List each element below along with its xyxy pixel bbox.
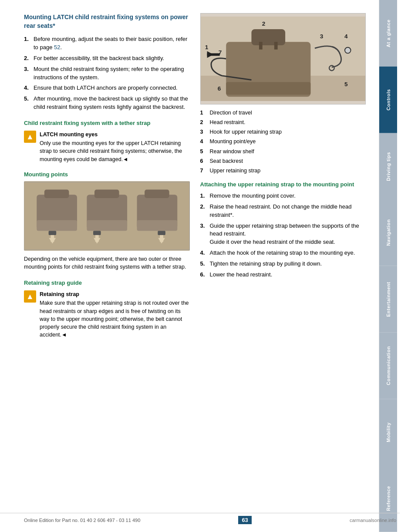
left-column: Mounting LATCH child restraint fixing sy… <box>24 13 190 343</box>
sidebar-tab-navigation[interactable]: Navigation <box>379 199 397 266</box>
warning-text-1: LATCH mounting eyes Only use the mountin… <box>40 131 190 163</box>
step-4-text: Ensure that both LATCH anchors are prope… <box>34 84 178 92</box>
right-column: 1 2 3 4 5 <box>200 13 366 343</box>
sidebar-tab-driving-tips[interactable]: Driving tips <box>379 133 397 200</box>
svg-rect-4 <box>37 220 77 230</box>
sidebar-tab-communication[interactable]: Communication <box>379 333 397 399</box>
page-link-52[interactable]: 52 <box>54 44 60 51</box>
diagram-labels-list: 1Direction of travel 2Head restraint. 3H… <box>200 109 366 175</box>
seat-diagram-svg: 1 2 3 4 5 <box>201 13 366 104</box>
step-2-text: For better accessibility, tilt the backr… <box>34 54 164 63</box>
label-3: 3Hook for upper retaining strap <box>200 128 366 136</box>
step-2: 2. For better accessibility, tilt the ba… <box>24 54 190 63</box>
page-container: Mounting LATCH child restraint fixing sy… <box>0 0 418 532</box>
footer-text: Online Edition for Part no. 01 40 2 606 … <box>24 518 140 523</box>
svg-rect-26 <box>274 42 277 49</box>
two-column-layout: Mounting LATCH child restraint fixing sy… <box>24 13 366 343</box>
svg-rect-7 <box>44 189 69 198</box>
step-1-text: Before mounting, adjust the seats to the… <box>34 35 190 52</box>
label-1: 1Direction of travel <box>200 109 366 117</box>
sidebar-tab-at-a-glance[interactable]: At a glance <box>379 0 397 67</box>
mounting-points-heading: Mounting points <box>24 171 190 178</box>
attaching-steps-list: 1. Remove the mounting point cover. 2. R… <box>200 192 366 279</box>
svg-text:4: 4 <box>344 33 347 40</box>
step-1: 1. Before mounting, adjust the seats to … <box>24 35 190 52</box>
page-number: 63 <box>238 516 251 524</box>
main-content: Mounting LATCH child restraint fixing sy… <box>0 0 379 532</box>
svg-rect-6 <box>137 220 178 230</box>
child-restraint-title: Child restraint fixing system with a tet… <box>24 119 190 127</box>
warning-body-2: Make sure that the upper retaining strap… <box>40 300 189 338</box>
svg-rect-28 <box>207 53 219 56</box>
attach-step-6: 6. Lower the head restraint. <box>200 271 366 279</box>
sidebar-tab-entertainment[interactable]: Entertainment <box>379 266 397 333</box>
step-2-num: 2. <box>24 54 31 63</box>
svg-rect-5 <box>87 220 127 230</box>
retaining-strap-title: Retaining strap guide <box>24 279 190 287</box>
sidebar-tab-mobility[interactable]: Mobility <box>379 399 397 466</box>
step-5-num: 5. <box>24 95 31 111</box>
warning-icon-1: ▲ <box>24 131 36 143</box>
svg-rect-25 <box>259 42 262 49</box>
mounting-points-body: Depending on the vehicle equipment, ther… <box>24 255 190 272</box>
svg-rect-10 <box>49 231 57 235</box>
svg-text:2: 2 <box>262 20 265 27</box>
attach-step-4: 4. Attach the hook of the retaining stra… <box>200 249 366 257</box>
warning-box-2: ▲ Retaining strap Make sure that the upp… <box>24 290 190 339</box>
attach-step-5: 5. Tighten the retaining strap by pullin… <box>200 260 366 268</box>
svg-rect-23 <box>226 82 310 94</box>
svg-text:7: 7 <box>218 49 222 56</box>
label-5: 5Rear window shelf <box>200 148 366 155</box>
svg-text:3: 3 <box>320 33 323 40</box>
sidebar-tab-controls[interactable]: Controls <box>379 67 397 133</box>
step-3: 3. Mount the child restraint fixing syst… <box>24 65 190 82</box>
warning-body-1: Only use the mounting eyes for the upper… <box>40 140 182 162</box>
step-4-num: 4. <box>24 84 31 92</box>
label-4: 4Mounting point/eye <box>200 138 366 145</box>
svg-point-34 <box>344 47 351 54</box>
label-7: 7Upper retaining strap <box>200 167 366 175</box>
attach-step-3: 3. Guide the upper retaining strap betwe… <box>200 222 366 247</box>
warning-icon-2: ▲ <box>24 290 36 303</box>
warning-box-1: ▲ LATCH mounting eyes Only use the mount… <box>24 131 190 163</box>
attach-step-2: 2. Raise the head restraint. Do not chan… <box>200 203 366 219</box>
sidebar: At a glance Controls Driving tips Naviga… <box>379 0 397 532</box>
svg-rect-9 <box>145 189 169 198</box>
svg-rect-8 <box>94 189 119 198</box>
svg-rect-18 <box>160 235 163 242</box>
mounting-points-image <box>24 181 190 251</box>
seat-diagram: 1 2 3 4 5 <box>200 13 366 104</box>
step-4: 4. Ensure that both LATCH anchors are pr… <box>24 84 190 92</box>
warning-title-2: Retaining strap <box>40 290 190 298</box>
svg-text:6: 6 <box>217 85 221 92</box>
main-steps-list: 1. Before mounting, adjust the seats to … <box>24 35 190 111</box>
step-3-num: 3. <box>24 65 31 82</box>
attaching-title: Attaching the upper retaining strap to t… <box>200 181 366 189</box>
step-1-num: 1. <box>24 35 31 52</box>
attach-step-1: 1. Remove the mounting point cover. <box>200 192 366 200</box>
warning-text-2: Retaining strap Make sure that the upper… <box>40 290 190 339</box>
svg-rect-12 <box>158 231 165 235</box>
page-footer: Online Edition for Part no. 01 40 2 606 … <box>0 513 400 524</box>
label-2: 2Head restraint. <box>200 118 366 126</box>
svg-rect-24 <box>251 29 285 45</box>
svg-text:5: 5 <box>344 81 347 88</box>
step-5-text: After mounting, move the backrest back u… <box>34 95 190 111</box>
svg-text:1: 1 <box>205 44 208 51</box>
main-title: Mounting LATCH child restraint fixing sy… <box>24 13 190 30</box>
step-5: 5. After mounting, move the backrest bac… <box>24 95 190 111</box>
step-3-text: Mount the child restraint fixing system;… <box>34 65 190 82</box>
svg-rect-16 <box>95 235 99 242</box>
footer-brand: carmanualsonline.info <box>350 518 376 523</box>
warning-title-1: LATCH mounting eyes <box>40 131 190 138</box>
mounting-points-svg <box>24 181 190 251</box>
label-6: 6Seat backrest <box>200 157 366 165</box>
svg-rect-14 <box>51 235 54 242</box>
svg-rect-11 <box>93 231 101 235</box>
